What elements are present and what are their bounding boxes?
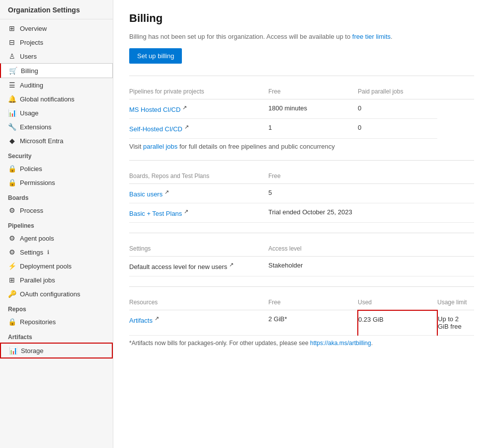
section-label-repos: Repos xyxy=(0,301,113,315)
boards-table: Boards, Repos and Test Plans Free Basic … xyxy=(129,171,474,223)
sidebar-item-auditing[interactable]: ☰ Auditing xyxy=(0,78,113,92)
sidebar-item-storage[interactable]: 📊 Storage xyxy=(0,343,113,358)
permissions-icon: 🔒 xyxy=(8,179,16,186)
sidebar-item-entra[interactable]: ◆ Microsoft Entra xyxy=(0,134,113,148)
sidebar-item-billing[interactable]: 🛒 Billing xyxy=(0,63,113,78)
page-title: Billing xyxy=(129,12,474,25)
sidebar-item-label: Permissions xyxy=(20,179,55,186)
artifacts-link[interactable]: Artifacts xyxy=(129,317,153,324)
sidebar-item-label: Storage xyxy=(21,347,44,355)
table-row: Basic users ↗ 5 xyxy=(129,183,474,203)
boards-section: Boards, Repos and Test Plans Free Basic … xyxy=(129,160,474,233)
boards-row1-free: 5 xyxy=(268,183,358,203)
free-tier-limits-link[interactable]: free tier limits xyxy=(352,33,391,40)
table-row: Basic + Test Plans ↗ Trial ended October… xyxy=(129,203,474,222)
sidebar-item-deployment-pools[interactable]: ⚡ Deployment pools xyxy=(0,259,113,273)
resources-table: Resources Free Used Usage limit Artifact… xyxy=(129,297,474,336)
sidebar-item-usage[interactable]: 📊 Usage xyxy=(0,106,113,120)
resources-col2-header: Free xyxy=(268,297,358,310)
sidebar-item-label: Deployment pools xyxy=(20,263,72,270)
resources-section: Resources Free Used Usage limit Artifact… xyxy=(129,286,474,357)
sidebar-item-label: Usage xyxy=(20,109,39,117)
sidebar-item-label: Repositories xyxy=(20,318,56,326)
settings-section: Settings Access level Default access lev… xyxy=(129,233,474,286)
storage-icon: 📊 xyxy=(9,347,17,355)
sidebar-item-repositories[interactable]: 🔒 Repositories xyxy=(0,315,113,329)
pipeline-row2-name: Self-Hosted CI/CD ↗ xyxy=(129,119,268,138)
policies-icon: 🔒 xyxy=(8,165,16,173)
parallel-jobs-icon: ⊞ xyxy=(8,276,16,284)
sidebar-item-label: Settings xyxy=(20,249,43,256)
pipeline-row2-paid: 0 xyxy=(358,119,437,138)
sidebar-item-policies[interactable]: 🔒 Policies xyxy=(0,162,113,176)
sidebar-item-notifications[interactable]: 🔔 Global notifications xyxy=(0,92,113,106)
sidebar-item-overview[interactable]: ⊞ Overview xyxy=(0,21,113,35)
boards-row1-name: Basic users ↗ xyxy=(129,183,268,203)
sidebar-item-label: Global notifications xyxy=(20,95,75,103)
sidebar-item-permissions[interactable]: 🔒 Permissions xyxy=(0,176,113,189)
ms-hosted-link[interactable]: MS Hosted CI/CD xyxy=(129,106,180,113)
settings-row1-value: Stakeholder xyxy=(268,257,358,276)
resources-row1-used: 0.23 GiB xyxy=(358,310,437,336)
pipelines-col1-header: Pipelines for private projects xyxy=(129,86,268,99)
pipelines-section: Pipelines for private projects Free Paid… xyxy=(129,76,474,160)
sidebar-item-label: Process xyxy=(20,207,43,214)
pipeline-row1-free: 1800 minutes xyxy=(268,99,358,119)
table-row: MS Hosted CI/CD ↗ 1800 minutes 0 xyxy=(129,99,474,119)
settings-row1-name: Default access level for new users ↗ xyxy=(129,257,268,276)
notifications-icon: 🔔 xyxy=(8,95,16,103)
self-hosted-link[interactable]: Self-Hosted CI/CD xyxy=(129,126,182,133)
auditing-icon: ☰ xyxy=(8,81,16,89)
basic-test-plans-link[interactable]: Basic + Test Plans xyxy=(129,210,182,217)
sidebar-item-label: OAuth configurations xyxy=(20,290,80,298)
sidebar-item-label: Users xyxy=(20,53,37,60)
extensions-icon: 🔧 xyxy=(8,123,16,131)
pipeline-row1-paid: 0 xyxy=(358,99,437,119)
parallel-jobs-link[interactable]: parallel jobs xyxy=(143,143,177,150)
section-label-security: Security xyxy=(0,148,113,162)
sidebar-item-projects[interactable]: ⊟ Projects xyxy=(0,35,113,49)
billing-icon: 🛒 xyxy=(9,67,17,75)
sidebar-item-parallel-jobs[interactable]: ⊞ Parallel jobs xyxy=(0,273,113,287)
boards-row2-name: Basic + Test Plans ↗ xyxy=(129,203,268,222)
section-label-boards: Boards xyxy=(0,189,113,203)
pipelines-col3-header: Paid parallel jobs xyxy=(358,86,437,99)
deployment-pools-icon: ⚡ xyxy=(8,262,16,270)
sidebar-item-label: Billing xyxy=(21,67,38,75)
sidebar-item-agent-pools[interactable]: ⚙ Agent pools xyxy=(0,231,113,245)
sidebar-item-settings[interactable]: ⚙ Settings ℹ xyxy=(0,245,113,259)
billing-info-text: Billing has not been set up for this org… xyxy=(129,33,474,40)
sidebar-item-process[interactable]: ⚙ Process xyxy=(0,203,113,217)
settings-icon: ⚙ xyxy=(8,248,16,256)
agent-pools-icon: ⚙ xyxy=(8,234,16,242)
sidebar-item-label: Auditing xyxy=(20,82,43,89)
sidebar-item-label: Projects xyxy=(20,39,43,46)
pipelines-note: Visit parallel jobs for full details on … xyxy=(129,143,474,150)
artbilling-link[interactable]: https://aka.ms/artbilling xyxy=(310,340,371,347)
settings-table: Settings Access level Default access lev… xyxy=(129,243,474,276)
sidebar-item-label: Agent pools xyxy=(20,235,54,242)
boards-row2-free: Trial ended October 25, 2023 xyxy=(268,203,358,222)
resources-row1-limit: Up to 2 GiB free xyxy=(437,310,474,336)
resources-row1-name: Artifacts ↗ xyxy=(129,310,268,336)
resources-col3-header: Used xyxy=(358,297,437,310)
process-icon: ⚙ xyxy=(8,206,16,214)
sidebar-item-extensions[interactable]: 🔧 Extensions xyxy=(0,120,113,134)
sidebar-item-users[interactable]: ♙ Users xyxy=(0,49,113,63)
setup-billing-button[interactable]: Set up billing xyxy=(129,48,182,64)
settings-info-icon: ℹ xyxy=(47,249,49,256)
repositories-icon: 🔒 xyxy=(8,318,16,326)
section-label-pipelines: Pipelines xyxy=(0,217,113,231)
resources-col1-header: Resources xyxy=(129,297,268,310)
settings-col1-header: Settings xyxy=(129,243,268,257)
pipelines-table: Pipelines for private projects Free Paid… xyxy=(129,86,474,139)
entra-icon: ◆ xyxy=(8,137,16,145)
sidebar-item-oauth[interactable]: 🔑 OAuth configurations xyxy=(0,287,113,301)
users-icon: ♙ xyxy=(8,52,16,60)
basic-users-link[interactable]: Basic users xyxy=(129,190,163,198)
table-row: Artifacts ↗ 2 GiB* 0.23 GiB Up to 2 GiB … xyxy=(129,310,474,336)
section-label-artifacts: Artifacts xyxy=(0,329,113,343)
sidebar-item-label: Parallel jobs xyxy=(20,276,55,284)
sidebar-item-label: Overview xyxy=(20,25,47,32)
boards-col1-header: Boards, Repos and Test Plans xyxy=(129,171,268,184)
